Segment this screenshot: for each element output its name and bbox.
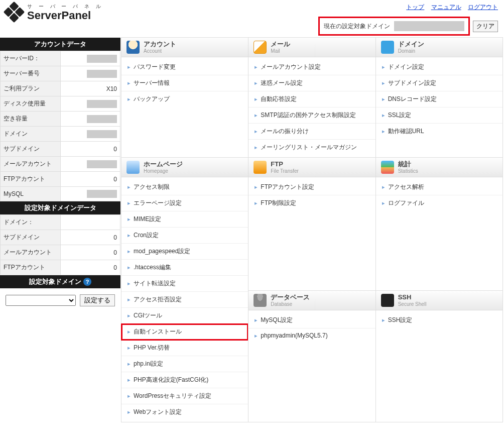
category-title-jp: FTP xyxy=(271,161,299,168)
menu-item[interactable]: ▸サーバー情報 xyxy=(121,75,248,91)
menu-item[interactable]: ▸アクセス拒否設定 xyxy=(121,292,248,308)
menu-item[interactable]: ▸迷惑メール設定 xyxy=(248,75,375,91)
category-title-jp: SSH xyxy=(398,294,427,301)
chevron-right-icon: ▸ xyxy=(382,200,385,206)
menu-item[interactable]: ▸サブドメイン設定 xyxy=(376,75,502,91)
menu-item-label: メールの振り分け xyxy=(261,127,309,136)
menu-item[interactable]: ▸バックアップ xyxy=(121,91,248,107)
help-icon[interactable]: ? xyxy=(83,278,91,286)
menu-item[interactable]: ▸PHP Ver.切替 xyxy=(121,340,248,356)
chevron-right-icon: ▸ xyxy=(382,317,385,323)
menu-item[interactable]: ▸WordPressセキュリティ設定 xyxy=(121,388,248,404)
category-title-jp: ドメイン xyxy=(398,41,424,48)
chevron-right-icon: ▸ xyxy=(382,112,385,119)
link-top[interactable]: トップ xyxy=(406,4,424,11)
menu-item-label: mod_pagespeed設定 xyxy=(134,247,190,256)
row-key: メールアカウント xyxy=(1,157,61,172)
chevron-right-icon: ▸ xyxy=(255,112,258,119)
row-value xyxy=(60,96,120,112)
menu-item[interactable]: ▸php.ini設定 xyxy=(121,356,248,372)
row-key: サーバーID： xyxy=(1,51,61,66)
chevron-right-icon: ▸ xyxy=(255,64,258,70)
menu-item[interactable]: ▸ログファイル xyxy=(376,195,502,211)
menu-item[interactable]: ▸SSH設定 xyxy=(376,312,502,328)
chevron-right-icon: ▸ xyxy=(255,317,258,323)
menu-item[interactable]: ▸MySQL設定 xyxy=(248,312,375,328)
clear-button[interactable]: クリア xyxy=(473,21,498,32)
menu-item[interactable]: ▸自動インストール xyxy=(121,324,248,340)
chevron-right-icon: ▸ xyxy=(128,184,131,190)
link-logout[interactable]: ログアウト xyxy=(468,4,498,11)
menu-item[interactable]: ▸SMTP認証の国外アクセス制限設定 xyxy=(248,107,375,124)
menu-item[interactable]: ▸アクセス解析 xyxy=(376,179,502,195)
menu-item[interactable]: ▸FTP制限設定 xyxy=(248,195,375,211)
menu-item[interactable]: ▸メールアカウント設定 xyxy=(248,59,375,75)
row-value: 0 xyxy=(60,230,120,245)
link-manual[interactable]: マニュアル xyxy=(431,4,461,11)
menu-item[interactable]: ▸Webフォント設定 xyxy=(121,404,248,420)
menu-item[interactable]: ▸SSL設定 xyxy=(376,107,502,124)
menu-item[interactable]: ▸メールの振り分け xyxy=(248,124,375,140)
menu-item[interactable]: ▸メーリングリスト・メールマガジン xyxy=(248,140,375,155)
menu-item[interactable]: ▸エラーページ設定 xyxy=(121,195,248,211)
chevron-right-icon: ▸ xyxy=(128,280,131,287)
target-domain-data-title: 設定対象ドメインデータ xyxy=(0,201,120,214)
menu-item-label: FTPアカウント設定 xyxy=(261,183,314,191)
menu-item-label: メーリングリスト・メールマガジン xyxy=(261,143,357,152)
chevron-right-icon: ▸ xyxy=(255,144,258,151)
category-domain: ドメインDomain▸ドメイン設定▸サブドメイン設定▸DNSレコード設定▸SSL… xyxy=(375,37,503,158)
menu-item[interactable]: ▸DNSレコード設定 xyxy=(376,91,502,107)
menu-item-label: .htaccess編集 xyxy=(134,263,171,272)
chevron-right-icon: ▸ xyxy=(382,64,385,70)
menu-item-label: バックアップ xyxy=(134,95,170,103)
menu-item-label: アクセス解析 xyxy=(388,183,424,191)
row-value xyxy=(60,187,120,201)
chevron-right-icon: ▸ xyxy=(128,393,131,399)
menu-item-label: MySQL設定 xyxy=(261,316,293,324)
menu-item-label: MIME設定 xyxy=(134,215,161,224)
menu-item-label: エラーページ設定 xyxy=(134,199,182,207)
menu-item[interactable]: ▸Cron設定 xyxy=(121,228,248,244)
row-value: 0 xyxy=(60,172,120,187)
row-value xyxy=(60,215,120,230)
menu-item[interactable]: ▸PHP高速化設定(FastCGI化) xyxy=(121,372,248,388)
menu-item[interactable]: ▸パスワード変更 xyxy=(121,59,248,75)
row-key: サーバー番号 xyxy=(1,66,61,81)
chevron-right-icon: ▸ xyxy=(382,184,385,190)
row-value xyxy=(60,51,120,66)
row-key: メールアカウント xyxy=(1,245,61,260)
menu-item[interactable]: ▸mod_pagespeed設定 xyxy=(121,244,248,260)
target-domain-table: ドメイン：サブドメイン0メールアカウント0FTPアカウント0 xyxy=(0,214,120,275)
menu-item-label: アクセス制限 xyxy=(134,183,170,191)
row-value: 0 xyxy=(60,260,120,275)
menu-item[interactable]: ▸ドメイン設定 xyxy=(376,59,502,75)
menu-item[interactable]: ▸phpmyadmin(MySQL5.7) xyxy=(248,328,375,343)
chevron-right-icon: ▸ xyxy=(128,200,131,206)
menu-item-label: 自動応答設定 xyxy=(261,95,297,103)
menu-item[interactable]: ▸MIME設定 xyxy=(121,211,248,228)
menu-item-label: phpmyadmin(MySQL5.7) xyxy=(261,332,327,339)
chevron-right-icon: ▸ xyxy=(128,328,131,335)
chevron-right-icon: ▸ xyxy=(128,409,131,415)
set-domain-button[interactable]: 設定する xyxy=(80,294,115,306)
menu-item[interactable]: ▸自動応答設定 xyxy=(248,91,375,107)
ssh-icon xyxy=(381,294,394,307)
chevron-right-icon: ▸ xyxy=(255,128,258,135)
chevron-right-icon: ▸ xyxy=(255,96,258,102)
category-secure-shell: SSHSecure Shell▸SSH設定 xyxy=(375,290,503,422)
chevron-right-icon: ▸ xyxy=(128,377,131,383)
menu-item-label: SMTP認証の国外アクセス制限設定 xyxy=(261,111,355,120)
menu-item[interactable]: ▸FTPアカウント設定 xyxy=(248,179,375,195)
domain-icon xyxy=(381,41,394,54)
menu-item[interactable]: ▸.htaccess編集 xyxy=(121,260,248,276)
menu-item[interactable]: ▸CGIツール xyxy=(121,308,248,324)
menu-item[interactable]: ▸アクセス制限 xyxy=(121,179,248,195)
current-domain-box: 現在の設定対象ドメイン xyxy=(318,17,470,36)
menu-item-label: ログファイル xyxy=(388,199,424,207)
menu-item[interactable]: ▸サイト転送設定 xyxy=(121,276,248,292)
current-domain-label: 現在の設定対象ドメイン xyxy=(324,22,390,31)
target-domain-select[interactable] xyxy=(6,295,76,306)
menu-item[interactable]: ▸動作確認URL xyxy=(376,124,502,139)
mail-icon xyxy=(254,41,267,54)
category-title-en: File Transfer xyxy=(271,168,299,174)
